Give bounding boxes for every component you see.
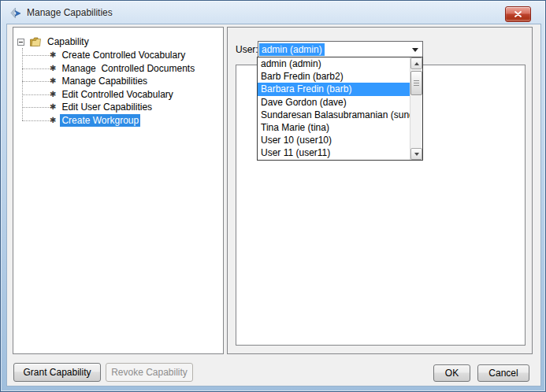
capability-bullet-icon: ✱ xyxy=(50,91,56,98)
close-icon xyxy=(514,11,522,17)
dropdown-item[interactable]: User 10 (user10) xyxy=(258,134,422,146)
revoke-capability-button: Revoke Capability xyxy=(106,363,193,382)
capability-bullet-icon: ✱ xyxy=(50,51,56,59)
capability-tree-panel: Capability ✱ Create Controlled Vocabular… xyxy=(13,27,224,354)
title-bar[interactable]: Manage Capabilities xyxy=(1,1,545,24)
dropdown-item[interactable]: Dave Gordon (dave) xyxy=(258,96,422,109)
dropdown-item[interactable]: admin (admin) xyxy=(258,57,422,70)
scrollbar-thumb[interactable] xyxy=(410,71,422,95)
app-icon xyxy=(9,7,22,20)
dropdown-item-selected[interactable]: Barbara Fredin (barb) xyxy=(258,83,422,95)
close-button[interactable] xyxy=(505,6,531,22)
ok-button[interactable]: OK xyxy=(433,364,470,382)
chevron-down-icon xyxy=(412,48,418,52)
capability-bullet-icon: ✱ xyxy=(50,103,56,111)
tree-connector-line xyxy=(22,48,23,120)
cancel-button[interactable]: Cancel xyxy=(477,364,529,382)
capability-bullet-icon: ✱ xyxy=(50,65,56,72)
tree-item-edit-controlled-vocabulary[interactable]: ✱ Edit Controlled Vocabulary xyxy=(50,88,175,101)
dropdown-item[interactable]: Sundaresan Balasubramanian (sundar) xyxy=(258,109,422,121)
tree-item-manage-capabilities[interactable]: ✱ Manage Capabilities xyxy=(50,75,149,87)
tree-root-label: Capability xyxy=(46,35,91,48)
tree-item-manage-controlled-documents[interactable]: ✱ Manage Controlled Documents xyxy=(50,62,196,75)
user-dropdown-list: admin (admin) Barb Fredin (barb2) Barbar… xyxy=(257,57,423,161)
capability-bullet-icon: ✱ xyxy=(50,116,56,124)
dropdown-item[interactable]: Barb Fredin (barb2) xyxy=(258,70,422,83)
dropdown-scrollbar[interactable] xyxy=(410,57,422,160)
scroll-down-icon[interactable] xyxy=(410,148,422,160)
tree-item-edit-user-capabilities[interactable]: ✱ Edit User Capabilities xyxy=(50,101,154,113)
folder-icon xyxy=(29,36,43,47)
tree-item-create-controlled-vocabulary[interactable]: ✱ Create Controlled Vocabulary xyxy=(50,49,187,61)
dialog-client-area: Capability ✱ Create Controlled Vocabular… xyxy=(6,24,541,386)
grant-capability-button[interactable]: Grant Capability xyxy=(13,363,101,382)
user-combobox-value: admin (admin) xyxy=(259,43,325,56)
user-combobox[interactable]: admin (admin) xyxy=(258,41,423,57)
dropdown-item[interactable]: Tina Marie (tina) xyxy=(258,121,422,134)
tree-item-create-workgroup[interactable]: ✱ Create Workgroup xyxy=(50,114,140,127)
collapse-expander-icon[interactable] xyxy=(17,39,24,46)
tree-root-capability[interactable]: Capability xyxy=(17,35,91,48)
user-label: User: xyxy=(236,44,258,55)
scroll-up-icon[interactable] xyxy=(410,57,422,69)
capability-bullet-icon: ✱ xyxy=(50,77,56,85)
dropdown-item[interactable]: User 11 (user11) xyxy=(258,146,422,159)
manage-capabilities-dialog: Manage Capabilities Capability xyxy=(0,0,546,392)
window-title: Manage Capabilities xyxy=(27,7,113,18)
